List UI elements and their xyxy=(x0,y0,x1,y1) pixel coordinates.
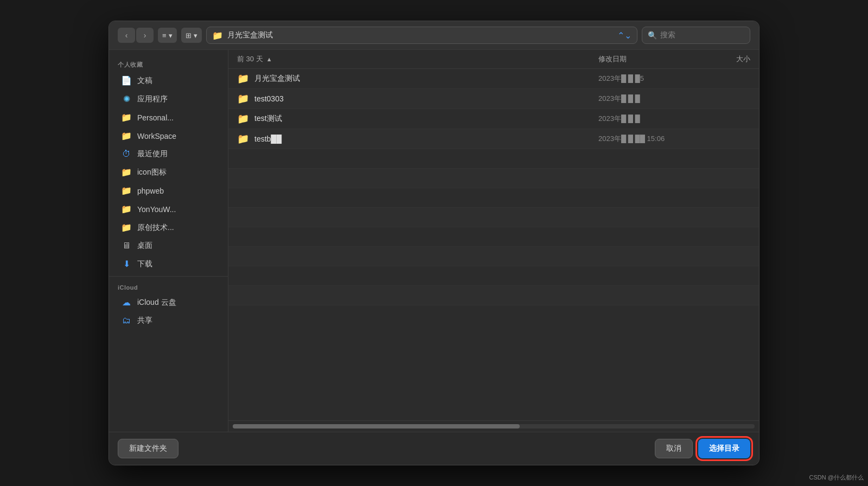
table-row-empty xyxy=(228,227,759,247)
sidebar-item-applications[interactable]: ✺ 应用程序 xyxy=(112,90,225,108)
app-icon: ✺ xyxy=(121,94,132,104)
shared-folder-icon: 🗂 xyxy=(121,316,132,325)
sidebar-item-yonyouw[interactable]: 📁 YonYouW... xyxy=(112,200,225,218)
sidebar-item-original[interactable]: 📁 原创技术... xyxy=(112,219,225,236)
table-row-empty xyxy=(228,188,759,208)
folder-icon: 📁 xyxy=(121,222,132,233)
sidebar-item-label: 文稿 xyxy=(137,76,152,86)
file-date: 2023年█ █ █5 xyxy=(598,74,707,84)
sidebar-item-personal[interactable]: 📁 Personal... xyxy=(112,108,225,126)
path-name: 月光宝盒测试 xyxy=(227,30,613,40)
footer-right: 取消 选择目录 xyxy=(655,439,750,458)
folder-icon: 📁 xyxy=(237,73,249,85)
sidebar-item-label: 下载 xyxy=(137,259,152,269)
folder-icon: 📁 xyxy=(237,133,249,145)
sidebar-item-downloads[interactable]: ⬇ 下载 xyxy=(112,255,225,273)
forward-button[interactable]: › xyxy=(136,28,154,43)
col-date: 修改日期 xyxy=(598,54,707,64)
section-label: 前 30 天 xyxy=(237,54,263,64)
folder-icon: 📁 xyxy=(121,186,132,196)
sidebar-item-icloud-drive[interactable]: ☁ iCloud 云盘 xyxy=(112,293,225,311)
sidebar-item-shared[interactable]: 🗂 共享 xyxy=(112,312,225,329)
main-content: 个人收藏 📄 文稿 ✺ 应用程序 📁 Personal... 📁 WorkSpa… xyxy=(109,50,759,432)
list-view-dropdown-arrow: ▾ xyxy=(169,31,173,40)
sidebar: 个人收藏 📄 文稿 ✺ 应用程序 📁 Personal... 📁 WorkSpa… xyxy=(109,50,228,432)
search-placeholder: 搜索 xyxy=(660,30,675,40)
folder-icon: 📁 xyxy=(212,30,223,41)
file-dialog: ‹ › ≡ ▾ ⊞ ▾ 📁 月光宝盒测试 ⌃⌄ 🔍 搜索 个人收藏 📄 文稿 xyxy=(108,21,760,465)
folder-icon: 📁 xyxy=(121,204,132,214)
back-button[interactable]: ‹ xyxy=(118,28,135,43)
doc-icon: 📄 xyxy=(121,75,132,86)
file-list: 📁 月光宝盒测试 2023年█ █ █5 📁 test0303 2023年█ █… xyxy=(228,69,759,420)
sidebar-item-recents[interactable]: ⏱ 最近使用 xyxy=(112,145,225,163)
sidebar-item-icons[interactable]: 📁 icon图标 xyxy=(112,163,225,181)
sort-arrow: ▲ xyxy=(266,56,272,62)
list-view-icon: ≡ xyxy=(162,31,167,40)
file-name: 月光宝盒测试 xyxy=(254,74,598,84)
col-size: 大小 xyxy=(707,54,750,64)
sidebar-item-label: 桌面 xyxy=(137,241,152,251)
file-date: 2023年█ █ █ xyxy=(598,114,707,124)
download-icon: ⬇ xyxy=(121,259,132,269)
table-row-empty xyxy=(228,247,759,266)
sidebar-item-label: YonYouW... xyxy=(137,205,176,214)
sidebar-item-documents[interactable]: 📄 文稿 xyxy=(112,72,225,89)
file-name: test测试 xyxy=(254,114,598,124)
file-area: 前 30 天 ▲ 修改日期 大小 📁 月光宝盒测试 2023年█ █ █5 📁 xyxy=(228,50,759,432)
list-view-button[interactable]: ≡ ▾ xyxy=(158,28,177,43)
table-row-empty xyxy=(228,286,759,305)
folder-icon: 📁 xyxy=(237,93,249,105)
sidebar-divider xyxy=(109,276,228,277)
sidebar-item-label: Personal... xyxy=(137,113,174,122)
file-name: testb██ xyxy=(254,135,598,143)
file-date: 2023年█ █ █ xyxy=(598,94,707,104)
sidebar-item-label: icon图标 xyxy=(137,168,167,177)
table-row-empty xyxy=(228,169,759,188)
sidebar-item-label: WorkSpace xyxy=(137,132,176,140)
grid-view-dropdown-arrow: ▾ xyxy=(194,31,197,40)
footer-left: 新建文件夹 xyxy=(118,439,178,458)
folder-icon: 📁 xyxy=(237,113,249,125)
monitor-icon: 🖥 xyxy=(121,241,132,251)
path-bar[interactable]: 📁 月光宝盒测试 ⌃⌄ xyxy=(206,27,637,44)
scroll-track xyxy=(233,424,755,429)
footer: 新建文件夹 取消 选择目录 xyxy=(109,432,759,465)
table-row-empty xyxy=(228,149,759,169)
sidebar-item-desktop[interactable]: 🖥 桌面 xyxy=(112,237,225,254)
table-row-empty xyxy=(228,266,759,286)
file-list-header: 前 30 天 ▲ 修改日期 大小 xyxy=(228,50,759,69)
toolbar: ‹ › ≡ ▾ ⊞ ▾ 📁 月光宝盒测试 ⌃⌄ 🔍 搜索 xyxy=(109,21,759,50)
icloud-section-label: iCloud xyxy=(109,280,228,293)
sidebar-item-workspace[interactable]: 📁 WorkSpace xyxy=(112,127,225,145)
col-name: 前 30 天 ▲ xyxy=(237,54,598,64)
new-folder-button[interactable]: 新建文件夹 xyxy=(118,439,178,458)
file-name: test0303 xyxy=(254,94,598,103)
sidebar-item-phpweb[interactable]: 📁 phpweb xyxy=(112,182,225,200)
sidebar-item-label: 最近使用 xyxy=(137,149,168,159)
clock-icon: ⏱ xyxy=(121,149,132,159)
path-chevron-button[interactable]: ⌃⌄ xyxy=(617,30,631,41)
folder-icon: 📁 xyxy=(121,167,132,177)
sidebar-item-label: 原创技术... xyxy=(137,223,174,233)
table-row[interactable]: 📁 testb██ 2023年█ █ ██ 15:06 xyxy=(228,129,759,149)
table-row[interactable]: 📁 月光宝盒测试 2023年█ █ █5 xyxy=(228,69,759,89)
search-bar[interactable]: 🔍 搜索 xyxy=(642,27,750,44)
file-date: 2023年█ █ ██ 15:06 xyxy=(598,134,707,144)
sidebar-item-label: iCloud 云盘 xyxy=(137,298,176,308)
folder-icon: 📁 xyxy=(121,131,132,141)
sidebar-item-label: 共享 xyxy=(137,316,152,325)
select-button[interactable]: 选择目录 xyxy=(698,439,750,458)
horizontal-scrollbar[interactable] xyxy=(228,420,759,432)
table-row[interactable]: 📁 test0303 2023年█ █ █ xyxy=(228,89,759,109)
grid-view-button[interactable]: ⊞ ▾ xyxy=(181,28,202,43)
sidebar-item-label: phpweb xyxy=(137,187,164,195)
grid-view-icon: ⊞ xyxy=(186,31,192,40)
search-icon: 🔍 xyxy=(648,31,657,40)
nav-buttons: ‹ › xyxy=(118,28,154,43)
sidebar-item-label: 应用程序 xyxy=(137,94,168,104)
cancel-button[interactable]: 取消 xyxy=(655,439,693,458)
folder-icon: 📁 xyxy=(121,112,132,123)
table-row[interactable]: 📁 test测试 2023年█ █ █ xyxy=(228,109,759,129)
scroll-thumb[interactable] xyxy=(233,424,520,429)
